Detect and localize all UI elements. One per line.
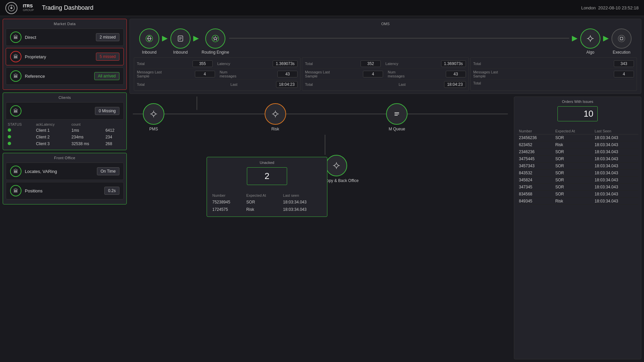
unacked-row: 1724575 Risk 18:03:34.043 <box>210 206 324 213</box>
svg-point-1 <box>10 7 12 9</box>
order-row: 834568 SOR 18:03:34.043 <box>517 191 638 198</box>
order-lastseen: 18:03:34.043 <box>593 177 638 184</box>
order-number: 3457343 <box>517 163 553 170</box>
order-lastseen: 18:03:34.043 <box>593 198 638 205</box>
col-latency: ackLatency <box>34 122 69 127</box>
order-expected: SOR <box>553 170 592 177</box>
order-expected: SOR <box>553 177 592 184</box>
client-count: 234 <box>103 134 124 140</box>
order-expected: SOR <box>553 163 592 170</box>
proprietary-status: 5 missed <box>96 53 119 61</box>
orders-col-number: Number <box>517 128 553 134</box>
reference-label: Reference <box>25 74 91 79</box>
front-office-title: Front Office <box>6 156 124 160</box>
order-number: 623452 <box>517 141 553 148</box>
risk-icon <box>265 103 286 125</box>
order-row: 23456236 SOR 18:03:34.043 <box>517 134 638 141</box>
inbound2-label: Inbound <box>173 50 187 55</box>
unacked-number: 1724575 <box>210 206 244 213</box>
oms-s2-last: 18:04:23 <box>444 81 466 88</box>
mqueue-icon <box>386 103 408 125</box>
execution-icon <box>611 28 632 49</box>
v-line-top <box>197 97 197 110</box>
orders-title: Orders With Issues <box>517 100 638 104</box>
bottom-area: PMS Risk <box>129 97 641 359</box>
oms-section-1: Total 355 Latency 1.369073s Messages Las… <box>134 57 301 91</box>
oms-node-inbound1: Inbound <box>139 28 159 55</box>
unacked-row: 75238945 SOR 18:03:34.043 <box>210 198 324 206</box>
algo-icon <box>580 28 600 49</box>
oms-s3-r1: Total 343 <box>473 59 634 69</box>
market-data-proprietary-row: 🏛 Proprietary 5 missed <box>6 48 124 65</box>
oms-s2-r2: Messages LastSample 4 Nummessages 43 <box>305 69 466 80</box>
order-lastseen: 18:03:34.043 <box>593 191 638 198</box>
unacked-count: 2 <box>247 167 287 185</box>
market-data-title: Market Data <box>6 22 124 26</box>
risk-node: Risk <box>265 103 286 131</box>
unacked-lastseen: 18:03:34.043 <box>281 198 324 206</box>
unacked-lastseen: 18:03:34.043 <box>281 206 324 213</box>
routing-label: Routing Engine <box>202 50 229 55</box>
order-number: 2346236 <box>517 148 553 156</box>
client-row: Client 2 234ms 234 <box>6 134 124 140</box>
mqueue-node: M Queue <box>386 103 408 131</box>
order-number: 23456236 <box>517 134 553 141</box>
svg-rect-29 <box>394 114 399 114</box>
client-row: Client 3 32538 ms 268 <box>6 140 124 147</box>
client-status <box>6 140 34 147</box>
topbar: ITRS GROUP Trading Dashboard London 2022… <box>0 0 644 16</box>
col-status: STATUS <box>6 122 34 127</box>
left-panel: Market Data 🏛 Direct 2 missed 🏛 Propriet… <box>3 19 127 359</box>
routing-icon <box>205 28 225 49</box>
oms-panel: OMS Inbound ▶ Inbound ▶ <box>129 19 641 94</box>
client-status <box>6 127 34 134</box>
oms-s1-num: 43 <box>277 71 298 77</box>
orders-col-lastseen: Last Seen <box>593 128 638 134</box>
client-count: 6412 <box>103 127 124 134</box>
svg-rect-28 <box>394 112 399 113</box>
inbound1-label: Inbound <box>142 50 156 55</box>
logo-name: ITRS <box>23 4 34 8</box>
mqueue-label: M Queue <box>389 127 405 131</box>
execution-label: Execution <box>613 50 631 55</box>
locates-status: On Time <box>97 167 119 175</box>
order-expected: SOR <box>553 191 592 198</box>
clients-missing-row: 🏛 0 Missing <box>6 102 124 120</box>
positions-row: 🏛 Positions 0.2s <box>6 182 124 199</box>
svg-rect-30 <box>394 115 398 116</box>
client-latency: 1ms <box>69 127 103 134</box>
oms-title: OMS <box>132 22 638 26</box>
direct-status: 2 missed <box>96 33 119 41</box>
svg-point-16 <box>618 35 625 42</box>
unacked-expected: Risk <box>244 206 281 213</box>
right-content: OMS Inbound ▶ Inbound ▶ <box>129 19 641 359</box>
oms-s1-latency: 1.369073s <box>273 60 298 67</box>
dropcopy-icon <box>326 155 347 176</box>
order-lastseen: 18:03:34.043 <box>593 148 638 156</box>
flow-nodes-row: PMS Risk <box>129 97 511 131</box>
locates-row: 🏛 Locates, VARing On Time <box>6 163 124 180</box>
connector-risk-mqueue <box>286 114 386 114</box>
clients-title: Clients <box>6 96 124 100</box>
main-layout: Market Data 🏛 Direct 2 missed 🏛 Propriet… <box>0 16 644 362</box>
oms-s2-latency: 1.369073s <box>441 60 466 67</box>
oms-node-inbound2: Inbound <box>170 28 191 55</box>
order-lastseen: 18:03:34.043 <box>593 170 638 177</box>
proprietary-icon: 🏛 <box>10 51 21 62</box>
client-name: Client 3 <box>34 140 69 147</box>
topbar-datetime: London 2022-08-10 23:52:18 <box>581 5 639 10</box>
arrow3: ▶ <box>572 34 578 49</box>
oms-s3-msg: 4 <box>614 71 634 77</box>
order-expected: SOR <box>553 184 592 191</box>
pms-label: PMS <box>149 127 158 131</box>
oms-s1-r3: Total Last 18:04:23 <box>137 80 298 89</box>
unacked-col-lastseen: Last seen <box>281 192 324 198</box>
inbound1-icon <box>139 28 159 49</box>
svg-rect-17 <box>620 37 623 40</box>
direct-label: Direct <box>25 35 93 40</box>
order-row: 2346236 SOR 18:03:34.043 <box>517 148 638 156</box>
oms-node-routing: Routing Engine <box>202 28 229 55</box>
market-data-panel: Market Data 🏛 Direct 2 missed 🏛 Propriet… <box>3 19 127 90</box>
oms-section-3: Total 343 Messages LastSample 4 Total <box>470 57 637 91</box>
order-expected: SOR <box>553 156 592 163</box>
